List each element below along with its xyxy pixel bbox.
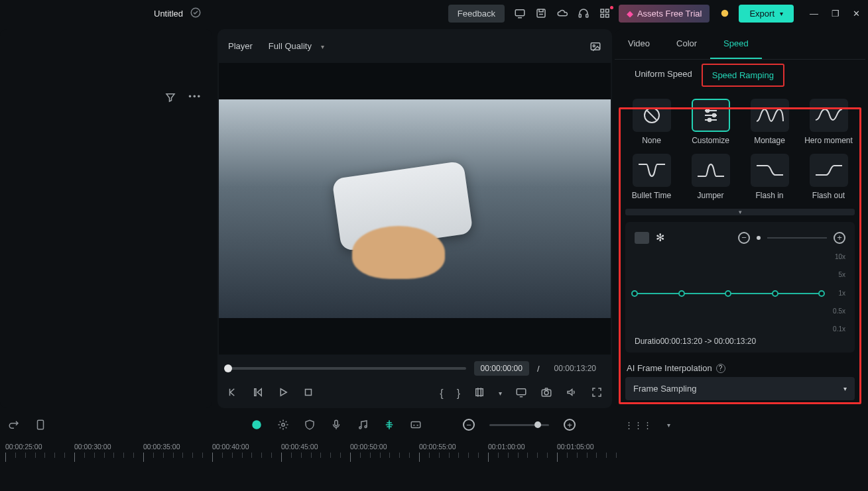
preset-customize[interactable]: Customize [684, 99, 737, 146]
info-icon[interactable]: ? [716, 364, 725, 373]
ai-icon[interactable] [251, 419, 263, 431]
preset-label: Flash out [812, 191, 845, 201]
zoom-indicator [757, 236, 761, 240]
feedback-button[interactable]: Feedback [448, 5, 505, 23]
timeline-zoom-slider[interactable] [489, 424, 549, 426]
svg-rect-6 [605, 9, 609, 13]
mic-icon[interactable] [330, 419, 342, 431]
tab-color[interactable]: Color [663, 29, 710, 59]
preset-flashout[interactable]: Flash out [802, 154, 855, 201]
zoom-in-button[interactable]: + [834, 232, 845, 244]
crop-icon[interactable] [473, 386, 485, 400]
minimize-button[interactable]: ― [810, 9, 818, 19]
svg-rect-2 [537, 9, 545, 17]
svg-rect-3 [579, 15, 581, 18]
cloud-icon[interactable] [556, 7, 568, 19]
maximize-button[interactable]: ❐ [832, 9, 839, 19]
timecode-current[interactable]: 00:00:00:00 [474, 361, 529, 376]
quality-select[interactable]: Full Quality ▾ [263, 37, 340, 55]
ai-select-value: Frame Sampling [633, 384, 696, 394]
ramp-graph[interactable]: 10x 5x 1x 0.5x 0.1x [635, 253, 845, 333]
preset-label: Bullet Time [632, 191, 671, 201]
player-label: Player [228, 41, 253, 51]
scrub-track[interactable] [227, 367, 466, 370]
filter-icon[interactable] [164, 91, 176, 105]
player-panel: Player Full Quality ▾ 00:00:00:00 / 00:0… [217, 29, 612, 408]
preset-flashin[interactable]: Flash in [743, 154, 796, 201]
close-button[interactable]: ✕ [853, 9, 860, 19]
grid-icon[interactable]: ⋮⋮⋮ [625, 420, 652, 430]
svg-rect-25 [335, 420, 338, 425]
speed-ramp-editor: ✻ − + 10x 5x 1x 0.5x 0.1x [625, 222, 855, 353]
chevron-down-icon[interactable]: ▾ [499, 390, 502, 397]
project-title: Untitled [154, 9, 183, 19]
mark-in-button[interactable]: { [440, 388, 443, 400]
marker-icon[interactable] [34, 419, 46, 431]
headphones-icon[interactable] [578, 7, 589, 19]
svg-rect-28 [411, 422, 420, 428]
timeline-toolbar: − + ⋮⋮⋮ ▾ [0, 411, 868, 439]
freeze-frame-icon[interactable]: ✻ [656, 231, 664, 244]
tab-speed[interactable]: Speed [710, 29, 762, 59]
preset-label: Hero moment [804, 136, 853, 146]
mark-out-button[interactable]: } [457, 388, 460, 400]
volume-icon[interactable] [566, 386, 578, 400]
tab-video[interactable]: Video [615, 29, 663, 59]
display-icon[interactable] [515, 386, 527, 400]
zoom-slider[interactable] [767, 237, 827, 239]
svg-rect-22 [38, 420, 44, 429]
preset-none[interactable]: None [625, 99, 678, 146]
svg-point-24 [282, 423, 285, 427]
snapshot-icon[interactable] [589, 40, 601, 52]
autosave-icon [190, 7, 202, 21]
device-icon[interactable] [514, 7, 526, 19]
redo-icon[interactable] [8, 419, 20, 431]
preset-bullet[interactable]: Bullet Time [625, 154, 678, 201]
preset-montage[interactable]: Montage [743, 99, 796, 146]
shield-icon[interactable] [304, 419, 316, 431]
effects-icon[interactable] [277, 419, 289, 431]
fullscreen-icon[interactable] [591, 386, 603, 400]
timeline-zoom-out[interactable]: − [463, 419, 475, 431]
prev-frame-button[interactable] [227, 386, 239, 400]
theme-icon[interactable] [719, 7, 731, 19]
chevron-down-icon: ▾ [843, 385, 847, 392]
preset-label: None [642, 136, 661, 146]
chevron-down-icon: ▾ [321, 43, 324, 50]
preset-jumper[interactable]: Jumper [684, 154, 737, 201]
ruler-label: 00:00:35:00 [143, 443, 212, 451]
preset-hero[interactable]: Hero moment [802, 99, 855, 146]
svg-rect-15 [517, 389, 526, 395]
more-icon[interactable]: ••• [188, 91, 202, 105]
diamond-icon: ◆ [627, 9, 633, 19]
timeline-ruler[interactable]: 00:00:25:0000:00:30:0000:00:35:0000:00:4… [0, 439, 868, 470]
duration-readout: Duratio00:00:13:20 -> 00:00:13:20 [635, 337, 845, 346]
music-icon[interactable] [357, 419, 369, 431]
timecode-total: 00:00:13:20 [548, 361, 603, 376]
svg-point-23 [252, 420, 261, 429]
media-panel: ••• [0, 29, 212, 408]
stop-button[interactable] [302, 386, 314, 400]
export-button[interactable]: Export ▾ [739, 5, 794, 23]
camera-icon[interactable] [540, 386, 552, 400]
zoom-out-button[interactable]: − [738, 232, 750, 244]
svg-point-11 [593, 44, 595, 46]
keyframe-toggle[interactable] [635, 232, 649, 244]
play-button[interactable] [277, 386, 289, 400]
apps-icon[interactable] [599, 7, 611, 19]
caption-icon[interactable] [410, 419, 422, 431]
step-back-button[interactable] [252, 386, 264, 400]
preview-viewport[interactable] [219, 63, 611, 355]
scrub-handle[interactable] [224, 364, 232, 372]
timeline-zoom-in[interactable]: + [564, 419, 576, 431]
options-chevron-icon[interactable]: ▾ [667, 421, 670, 429]
ai-interpolation-select[interactable]: Frame Sampling ▾ [625, 377, 855, 400]
link-icon[interactable] [383, 419, 395, 431]
expand-presets-button[interactable]: ▾ [625, 209, 855, 215]
assets-trial-button[interactable]: ◆ Assets Free Trial [619, 5, 710, 23]
trial-label: Assets Free Trial [637, 9, 702, 19]
save-icon[interactable] [535, 7, 547, 19]
subtab-speed-ramping[interactable]: Speed Ramping [702, 64, 784, 87]
ramp-yticks: 10x 5x 1x 0.5x 0.1x [824, 253, 845, 333]
subtab-uniform-speed[interactable]: Uniform Speed [625, 64, 702, 87]
